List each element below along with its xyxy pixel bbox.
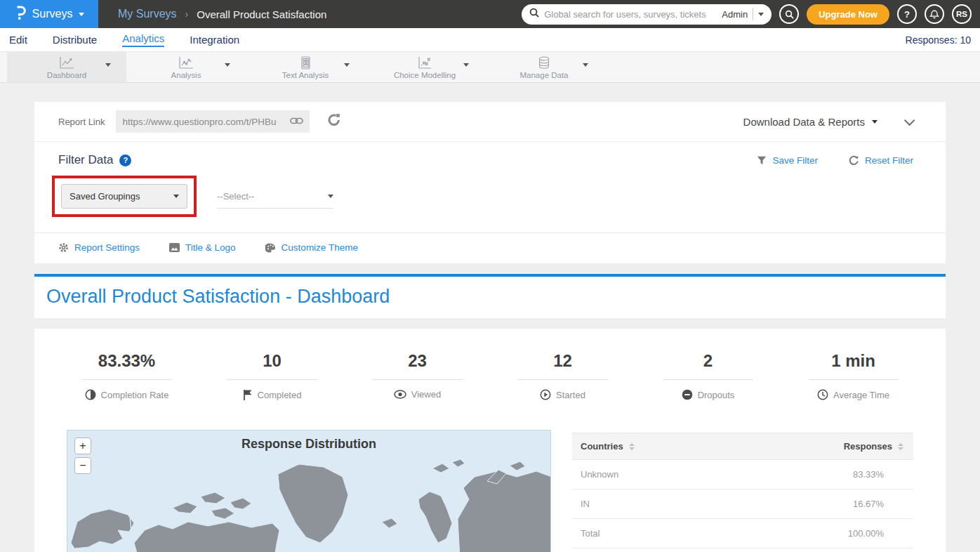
topbar-actions: Admin Upgrade Now ? RS <box>522 4 980 25</box>
chevron-down-icon <box>173 195 179 198</box>
notifications-button[interactable] <box>925 4 944 24</box>
half-circle-icon <box>85 389 96 400</box>
filter-section: Filter Data ? Save Filter Reset Filter <box>34 142 946 232</box>
flag-icon <box>243 389 253 400</box>
response-distribution-map[interactable]: Response Distribution + − <box>67 430 551 552</box>
stat-completion-rate: 83.33% Completion Rate <box>54 351 199 403</box>
save-filter-label: Save Filter <box>772 155 818 166</box>
title-logo-label: Title & Logo <box>185 242 236 253</box>
product-name: Surveys <box>32 8 73 20</box>
top-bar: Surveys My Surveys › Overall Product Sat… <box>0 0 980 28</box>
image-icon <box>169 243 180 252</box>
nav-edit[interactable]: Edit <box>9 34 27 46</box>
global-search-input[interactable] <box>544 9 717 20</box>
stat-started: 12 Started <box>490 351 635 403</box>
stat-label-text: Dropouts <box>698 390 735 400</box>
play-circle-icon <box>540 389 551 400</box>
tab-label: Choice Modelling <box>394 71 456 79</box>
product-switcher[interactable]: Surveys <box>0 0 98 28</box>
breadcrumb-current: Overall Product Satisfaction <box>197 8 326 20</box>
report-link-field <box>116 110 310 133</box>
tab-manage-data[interactable]: Manage Data <box>484 52 604 82</box>
country-cell: Total <box>581 528 600 539</box>
tab-analysis[interactable]: Analysis <box>126 52 246 82</box>
collapse-panel-icon[interactable] <box>904 114 915 126</box>
breadcrumb-my-surveys[interactable]: My Surveys <box>118 8 177 20</box>
save-filter-button[interactable]: Save Filter <box>757 155 818 166</box>
tab-dropdown-icon[interactable] <box>583 63 588 67</box>
responses-cell: 100.00% <box>848 528 905 539</box>
upgrade-now-button[interactable]: Upgrade Now <box>807 4 889 25</box>
chevron-down-icon <box>79 13 84 16</box>
report-settings-label: Report Settings <box>74 242 140 253</box>
country-cell: IN <box>581 499 590 509</box>
report-settings-link[interactable]: Report Settings <box>58 242 140 253</box>
customize-theme-link[interactable]: Customize Theme <box>265 242 358 253</box>
country-cell: Unknown <box>581 469 618 480</box>
responses-cell: 16.67% <box>853 499 905 509</box>
map-zoom-in-button[interactable]: + <box>74 438 91 454</box>
tab-dropdown-icon[interactable] <box>463 63 469 67</box>
filter-controls: Saved Groupings --Select-- <box>52 176 922 217</box>
dashboard-chart-icon <box>58 55 75 70</box>
reset-filter-label: Reset Filter <box>865 155 913 166</box>
stat-label-text: Viewed <box>411 389 441 400</box>
title-logo-link[interactable]: Title & Logo <box>169 242 236 253</box>
tab-text-analysis[interactable]: Text Analysis <box>246 52 365 82</box>
funnel-icon <box>757 156 767 165</box>
stat-average-time: 1 min Average Time <box>781 351 926 403</box>
stat-label-text: Average Time <box>833 390 889 400</box>
filter-help-icon[interactable]: ? <box>119 155 131 166</box>
table-row: Unknown 83.33% <box>572 460 913 489</box>
tab-choice-modelling[interactable]: Choice Modelling <box>365 52 484 82</box>
nav-integration[interactable]: Integration <box>190 34 239 46</box>
tab-label: Dashboard <box>47 71 86 79</box>
minus-circle-icon <box>682 389 693 400</box>
regenerate-link-icon[interactable] <box>327 113 341 130</box>
tab-label: Analysis <box>171 71 201 79</box>
tab-dropdown-icon[interactable] <box>105 63 111 67</box>
filter-value-dropdown[interactable]: --Select-- <box>217 184 333 209</box>
map-zoom-out-button[interactable]: − <box>74 457 91 474</box>
tab-dropdown-icon[interactable] <box>225 63 230 67</box>
responses-count: Responses: 10 <box>906 34 971 46</box>
report-link-input[interactable] <box>122 117 287 127</box>
tab-dashboard[interactable]: Dashboard <box>7 52 126 82</box>
search-scope-dropdown-icon[interactable] <box>758 13 764 16</box>
sort-icon[interactable] <box>898 443 903 450</box>
avatar[interactable]: RS <box>952 4 972 24</box>
stat-dropouts: 2 Dropouts <box>635 351 781 403</box>
customize-theme-label: Customize Theme <box>282 242 358 253</box>
download-data-reports[interactable]: Download Data & Reports <box>743 116 878 128</box>
link-icon[interactable] <box>290 115 303 128</box>
global-search: Admin <box>522 4 772 25</box>
breadcrumb: My Surveys › Overall Product Satisfactio… <box>118 8 326 20</box>
stat-completed: 10 Completed <box>199 351 345 403</box>
countries-table: Countries Responses Unknown 83.33% IN 16… <box>572 433 913 552</box>
help-button[interactable]: ? <box>897 4 917 24</box>
questionpro-logo-icon <box>14 5 26 23</box>
nav-analytics[interactable]: Analytics <box>122 32 164 47</box>
highlight-box: Saved Groupings <box>52 176 197 217</box>
nav-distribute[interactable]: Distribute <box>53 34 97 46</box>
stat-value: 10 <box>199 351 345 371</box>
sort-icon[interactable] <box>629 443 635 450</box>
text-analysis-icon <box>298 55 312 70</box>
countries-table-header: Countries Responses <box>572 433 913 460</box>
reset-filter-button[interactable]: Reset Filter <box>849 155 913 166</box>
search-scope-label: Admin <box>722 9 748 20</box>
responses-cell: 83.33% <box>853 469 905 480</box>
saved-groupings-dropdown[interactable]: Saved Groupings <box>61 184 187 209</box>
select-placeholder: --Select-- <box>217 191 254 202</box>
page-title: Overall Product Satisfaction - Dashboard <box>46 286 946 308</box>
header-responses[interactable]: Responses <box>844 441 892 452</box>
stat-value: 12 <box>490 351 635 371</box>
table-row: Total 100.00% <box>572 519 913 548</box>
stat-value: 2 <box>635 351 781 371</box>
search-button[interactable] <box>779 4 799 24</box>
filter-data-title: Filter Data <box>58 153 113 167</box>
tab-dropdown-icon[interactable] <box>344 63 350 67</box>
header-countries[interactable]: Countries <box>581 441 623 452</box>
survey-section-nav: Edit Distribute Analytics Integration Re… <box>0 28 980 52</box>
gear-icon <box>58 242 69 253</box>
